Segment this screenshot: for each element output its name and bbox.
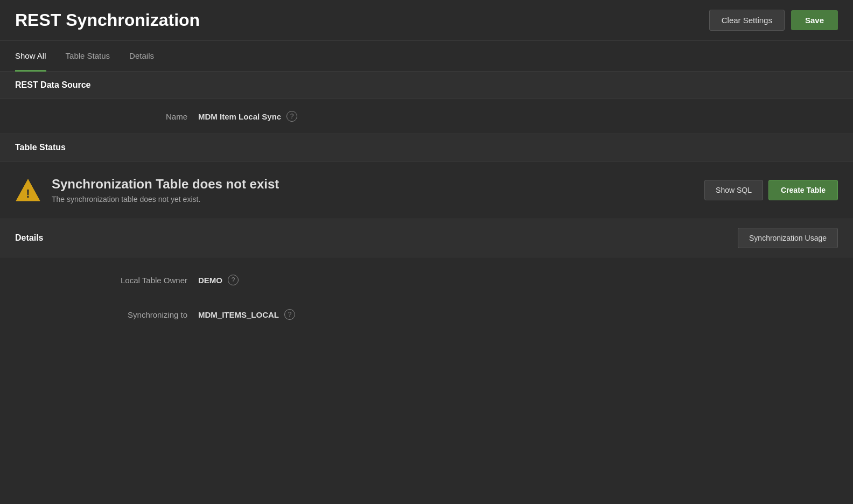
synchronizing-to-label: Synchronizing to xyxy=(15,310,198,319)
local-table-owner-label: Local Table Owner xyxy=(15,276,198,285)
synchronization-usage-button[interactable]: Synchronization Usage xyxy=(738,228,838,248)
synchronizing-to-value: MDM_ITEMS_LOCAL xyxy=(198,310,279,319)
details-section-header: Details Synchronization Usage xyxy=(0,219,853,257)
page-title: REST Synchronization xyxy=(15,10,200,30)
name-value: MDM Item Local Sync xyxy=(198,112,281,121)
table-status-warning-area: ! Synchronization Table does not exist T… xyxy=(0,162,853,219)
tabs-bar: Show All Table Status Details xyxy=(0,41,853,72)
synchronizing-to-help-icon[interactable]: ? xyxy=(284,309,295,320)
name-label: Name xyxy=(15,112,198,121)
warning-text-block: Synchronization Table does not exist The… xyxy=(52,177,694,204)
svg-text:!: ! xyxy=(26,187,30,200)
warning-icon: ! xyxy=(15,177,41,203)
tab-details[interactable]: Details xyxy=(129,41,154,72)
table-status-title: Table Status xyxy=(15,143,66,152)
local-table-owner-row: Local Table Owner DEMO ? xyxy=(0,263,853,297)
local-table-owner-value: DEMO xyxy=(198,276,222,285)
warning-subtitle: The synchronization table does not yet e… xyxy=(52,195,694,204)
clear-settings-button[interactable]: Clear Settings xyxy=(709,10,785,31)
create-table-button[interactable]: Create Table xyxy=(768,180,838,200)
local-table-owner-help-icon[interactable]: ? xyxy=(228,275,239,285)
header-actions: Clear Settings Save xyxy=(709,10,838,31)
save-button[interactable]: Save xyxy=(791,10,838,30)
details-content: Local Table Owner DEMO ? Synchronizing t… xyxy=(0,257,853,337)
show-sql-button[interactable]: Show SQL xyxy=(704,180,763,200)
name-field-row: Name MDM Item Local Sync ? xyxy=(0,99,853,134)
warning-title: Synchronization Table does not exist xyxy=(52,177,694,192)
details-title: Details xyxy=(15,233,43,243)
table-status-section-header: Table Status xyxy=(0,134,853,162)
rest-data-source-section-header: REST Data Source xyxy=(0,72,853,99)
header: REST Synchronization Clear Settings Save xyxy=(0,0,853,41)
synchronizing-to-row: Synchronizing to MDM_ITEMS_LOCAL ? xyxy=(0,297,853,332)
tab-table-status[interactable]: Table Status xyxy=(66,41,110,72)
tab-show-all[interactable]: Show All xyxy=(15,41,46,72)
warning-actions: Show SQL Create Table xyxy=(704,180,838,200)
name-help-icon[interactable]: ? xyxy=(286,111,297,122)
rest-data-source-content: Name MDM Item Local Sync ? xyxy=(0,99,853,134)
rest-data-source-title: REST Data Source xyxy=(15,80,90,89)
